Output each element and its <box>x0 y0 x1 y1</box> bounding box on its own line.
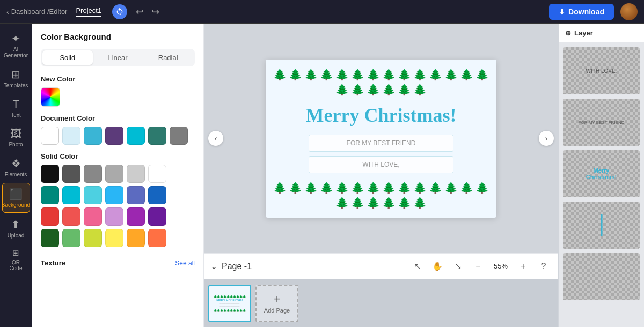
panel-title: Color Background <box>41 32 195 41</box>
xmas-title: Merry Christmas! <box>306 104 457 127</box>
thumb-line <box>601 214 602 236</box>
solid-lime[interactable] <box>84 229 102 247</box>
breadcrumb: Dashboard /Editor <box>11 8 68 16</box>
solid-blue-dark[interactable] <box>148 186 166 204</box>
sidebar-item-ai-generator[interactable]: ✦ AIGenerator <box>2 28 30 63</box>
solid-green[interactable] <box>62 229 80 247</box>
doc-color-2[interactable] <box>62 127 80 145</box>
page-label: Page -1 <box>222 262 252 271</box>
tab-row: Solid Linear Radial <box>41 49 195 66</box>
back-chevron-icon: ‹ <box>6 8 9 16</box>
solid-red[interactable] <box>41 207 59 226</box>
solid-color-grid <box>41 165 195 247</box>
upload-icon: ⬆ <box>11 218 20 231</box>
tab-solid[interactable]: Solid <box>42 50 93 65</box>
solid-light-red[interactable] <box>62 207 80 226</box>
undo-button[interactable]: ↩ <box>134 5 146 19</box>
doc-color-7[interactable] <box>170 127 188 145</box>
solid-dark-gray[interactable] <box>62 165 80 183</box>
canvas-area: ‹ 🌲 🌲 🌲 🌲 🌲 🌲 🌲 🌲 🌲 🌲 🌲 🌲 🌲 🌲 <box>204 24 558 327</box>
tab-radial[interactable]: Radial <box>143 50 193 65</box>
canvas-next-arrow[interactable]: › <box>539 131 554 146</box>
doc-color-6[interactable] <box>148 127 166 145</box>
templates-icon: ⊞ <box>11 68 20 81</box>
main-layout: ✦ AIGenerator ⊞ Templates T Text 🖼 Photo… <box>0 24 644 327</box>
solid-dark-purple[interactable] <box>148 207 166 226</box>
canvas-workspace[interactable]: ‹ 🌲 🌲 🌲 🌲 🌲 🌲 🌲 🌲 🌲 🌲 🌲 🌲 🌲 🌲 <box>204 24 558 253</box>
thumbnail-list: WITH LOVE, FOR MY BEST FRIEND Merry Chri… <box>559 43 644 327</box>
layer-header: ⊕ Layer <box>559 24 644 43</box>
rainbow-color-picker[interactable] <box>41 87 60 107</box>
sidebar-item-photo[interactable]: 🖼 Photo <box>2 123 30 152</box>
hand-tool-button[interactable]: ✋ <box>429 258 445 274</box>
solid-pink[interactable] <box>84 207 102 226</box>
doc-color-5[interactable] <box>127 127 145 145</box>
sidebar-item-background[interactable]: ⬛ Background <box>2 183 30 213</box>
download-label: Download <box>568 8 604 16</box>
solid-black[interactable] <box>41 165 59 183</box>
new-color-label: New Color <box>41 75 195 83</box>
solid-light-cyan[interactable] <box>84 186 102 204</box>
solid-purple[interactable] <box>127 207 145 226</box>
layer-icon: ⊕ <box>565 29 571 37</box>
bottom-tree-row: 🌲 🌲 🌲 🌲 🌲 🌲 🌲 🌲 🌲 🌲 🌲 🌲 🌲 🌲 🌲 🌲 <box>272 181 490 209</box>
solid-light-blue[interactable] <box>105 186 123 204</box>
solid-indigo[interactable] <box>127 186 145 204</box>
texture-section: Texture See all <box>41 255 195 271</box>
sidebar-item-elements[interactable]: ❖ Elements <box>2 153 30 182</box>
tab-linear[interactable]: Linear <box>93 50 143 65</box>
thumb-xmas-text: Merry Christmas! <box>582 167 621 180</box>
page-thumb-1[interactable]: 🌲🌲🌲🌲🌲🌲🌲🌲🌲🌲 Merry Christmas! ────────────… <box>208 285 251 322</box>
sidebar-item-templates[interactable]: ⊞ Templates <box>2 64 30 93</box>
thumbnail-3[interactable]: Merry Christmas! <box>563 150 640 197</box>
project-title[interactable]: Project1 <box>76 6 101 17</box>
solid-gray[interactable] <box>84 165 102 183</box>
solid-yellow[interactable] <box>105 229 123 247</box>
cursor-tool-button[interactable]: ↖ <box>409 258 425 274</box>
solid-deep-orange[interactable] <box>148 229 166 247</box>
doc-color-1[interactable] <box>41 127 59 145</box>
design-card: 🌲 🌲 🌲 🌲 🌲 🌲 🌲 🌲 🌲 🌲 🌲 🌲 🌲 🌲 🌲 🌲 <box>266 60 496 218</box>
layer-label: Layer <box>574 29 593 37</box>
solid-light-purple[interactable] <box>105 207 123 226</box>
solid-teal-dark[interactable] <box>41 186 59 204</box>
card-fields: FOR MY BEST FRIEND WITH LOVE, <box>309 135 453 173</box>
topbar: ‹ Dashboard /Editor Project1 ↩ ↪ ⬇ Downl… <box>0 0 644 24</box>
solid-light-gray[interactable] <box>127 165 145 183</box>
zoom-in-button[interactable]: + <box>515 258 531 274</box>
background-panel: Color Background Solid Linear Radial New… <box>32 24 204 327</box>
solid-white[interactable] <box>148 165 166 183</box>
expand-button[interactable]: ⤡ <box>450 258 466 274</box>
avatar[interactable] <box>620 3 638 20</box>
doc-color-3[interactable] <box>84 127 102 145</box>
solid-cyan[interactable] <box>62 186 80 204</box>
back-nav[interactable]: ‹ Dashboard /Editor <box>6 8 67 16</box>
top-tree-row: 🌲 🌲 🌲 🌲 🌲 🌲 🌲 🌲 🌲 🌲 🌲 🌲 🌲 🌲 🌲 🌲 <box>272 68 490 96</box>
thumbnail-1[interactable]: WITH LOVE, <box>563 47 640 94</box>
card-field-1: FOR MY BEST FRIEND <box>309 135 453 152</box>
document-color-row <box>41 127 195 145</box>
doc-color-4[interactable] <box>105 127 123 145</box>
add-page-button[interactable]: + Add Page <box>255 285 298 322</box>
canvas-prev-arrow[interactable]: ‹ <box>208 131 223 146</box>
sidebar-item-qrcode[interactable]: ⊞ QR Code <box>2 244 30 276</box>
download-button[interactable]: ⬇ Download <box>549 4 614 20</box>
bottom-toolbar: ⌄ Page -1 ↖ ✋ ⤡ − 55% + ? <box>204 253 558 279</box>
pages-toggle-button[interactable]: ⌄ <box>210 261 217 271</box>
thumbnail-4[interactable] <box>563 202 640 249</box>
thumbnail-5[interactable] <box>563 253 640 300</box>
solid-dark-green[interactable] <box>41 229 59 247</box>
redo-button[interactable]: ↪ <box>149 5 162 19</box>
thumbnail-2[interactable]: FOR MY BEST FRIEND <box>563 99 640 146</box>
see-all-link[interactable]: See all <box>175 259 195 267</box>
background-icon: ⬛ <box>9 188 23 200</box>
zoom-out-button[interactable]: − <box>470 258 486 274</box>
sync-button[interactable] <box>112 4 127 19</box>
zoom-level: 55% <box>491 262 511 270</box>
document-color-label: Document Color <box>41 114 195 122</box>
solid-mid-gray[interactable] <box>105 165 123 183</box>
zoom-help-button[interactable]: ? <box>536 258 552 274</box>
sidebar-item-text[interactable]: T Text <box>2 94 30 122</box>
solid-orange[interactable] <box>127 229 145 247</box>
sidebar-item-upload[interactable]: ⬆ Upload <box>2 214 30 243</box>
